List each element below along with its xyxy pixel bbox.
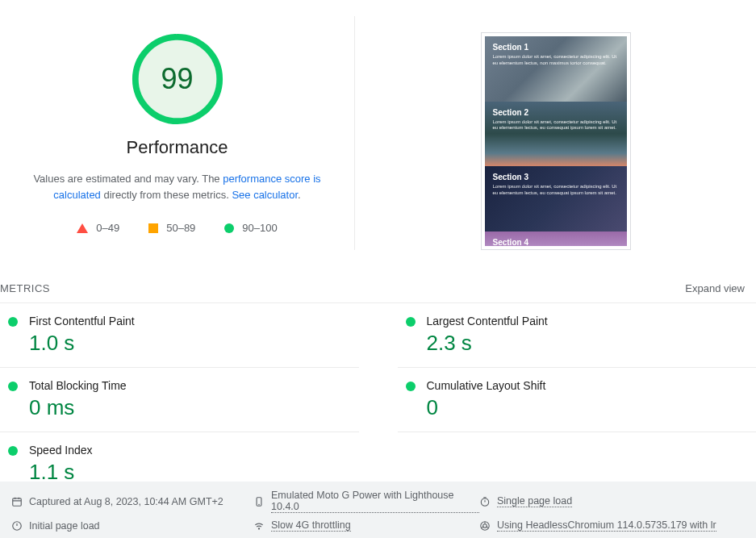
calendar-icon bbox=[11, 496, 23, 507]
expand-view-toggle[interactable]: Expand view bbox=[685, 282, 745, 294]
metric-lcp[interactable]: Largest Contentful Paint 2.3 s bbox=[398, 303, 757, 368]
page-screenshot[interactable]: Section 1 Lorem ipsum dolor sit amet, co… bbox=[481, 32, 631, 250]
footer-captured: Captured at Aug 8, 2023, 10:44 AM GMT+2 bbox=[11, 490, 253, 513]
svg-point-5 bbox=[481, 498, 488, 505]
square-icon bbox=[148, 223, 158, 233]
gauge-description: Values are estimated and may vary. The p… bbox=[0, 171, 354, 202]
metric-label: First Contentful Paint bbox=[29, 315, 135, 327]
pass-dot-icon bbox=[406, 382, 416, 391]
footer-single-page[interactable]: Single page load bbox=[479, 490, 745, 513]
metric-value: 0 bbox=[427, 395, 546, 420]
gauge-category-label: Performance bbox=[127, 137, 228, 158]
footer-emulated[interactable]: Emulated Moto G Power with Lighthouse 10… bbox=[253, 490, 479, 513]
metric-label: Speed Index bbox=[29, 444, 93, 457]
metric-label: Total Blocking Time bbox=[29, 379, 127, 392]
pass-dot-icon bbox=[8, 317, 18, 327]
pass-dot-icon bbox=[8, 382, 18, 391]
performance-gauge-panel: 99 Performance Values are estimated and … bbox=[0, 16, 355, 250]
device-icon bbox=[253, 496, 265, 507]
pass-dot-icon bbox=[8, 446, 18, 456]
metrics-heading: METRICS bbox=[0, 282, 50, 294]
footer-initial-load: Initial page load bbox=[11, 519, 253, 532]
footer-throttling[interactable]: Slow 4G throttling bbox=[253, 519, 479, 532]
screenshot-section: Section 3 Lorem ipsum dolor sit amet, co… bbox=[485, 166, 627, 231]
runtime-footer: Captured at Aug 8, 2023, 10:44 AM GMT+2 … bbox=[0, 482, 756, 538]
metric-value: 1.0 s bbox=[29, 331, 135, 356]
pass-dot-icon bbox=[406, 317, 416, 327]
svg-point-7 bbox=[258, 528, 259, 528]
metric-label: Cumulative Layout Shift bbox=[427, 379, 546, 392]
legend-fail: 0–49 bbox=[77, 222, 119, 234]
screenshot-section: Section 4 bbox=[485, 231, 627, 246]
screenshot-section: Section 1 Lorem ipsum dolor sit amet, co… bbox=[485, 36, 627, 102]
gauge-score: 99 bbox=[161, 62, 193, 96]
metric-value: 0 ms bbox=[29, 395, 127, 420]
metric-fcp[interactable]: First Contentful Paint 1.0 s bbox=[0, 303, 359, 368]
footer-browser[interactable]: Using HeadlessChromium 114.0.5735.179 wi… bbox=[479, 519, 745, 532]
metric-cls[interactable]: Cumulative Layout Shift 0 bbox=[398, 368, 757, 432]
score-gauge: 99 bbox=[131, 32, 224, 126]
screenshot-section: Section 2 Lorem ipsum dolor sit amet, co… bbox=[485, 102, 627, 167]
wifi-icon bbox=[253, 520, 265, 532]
metric-tbt[interactable]: Total Blocking Time 0 ms bbox=[0, 368, 359, 432]
legend-average: 50–89 bbox=[148, 222, 195, 234]
metric-label: Largest Contentful Paint bbox=[427, 315, 548, 327]
svg-point-9 bbox=[483, 523, 487, 528]
power-icon bbox=[11, 520, 23, 532]
svg-rect-2 bbox=[13, 498, 22, 505]
see-calculator-link[interactable]: See calculator bbox=[232, 189, 298, 201]
legend-pass: 90–100 bbox=[224, 222, 277, 234]
svg-point-4 bbox=[259, 504, 260, 505]
circle-icon bbox=[224, 223, 234, 233]
score-legend: 0–49 50–89 90–100 bbox=[77, 222, 277, 234]
triangle-icon bbox=[77, 223, 88, 233]
screenshot-panel: Section 1 Lorem ipsum dolor sit amet, co… bbox=[355, 16, 756, 250]
metric-value: 2.3 s bbox=[427, 331, 548, 356]
timer-icon bbox=[479, 496, 491, 507]
chrome-icon bbox=[479, 520, 491, 532]
